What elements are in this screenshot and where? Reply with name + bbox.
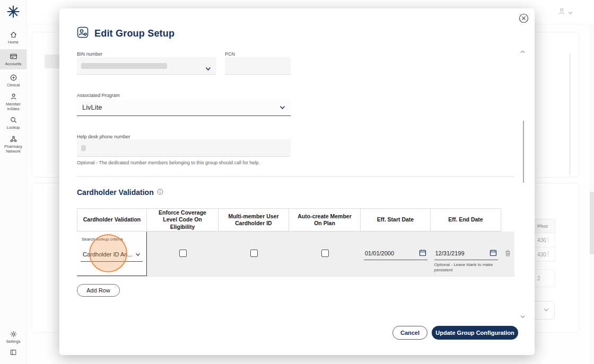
bin-number-select[interactable] xyxy=(77,57,216,75)
bin-number-label: BIN number xyxy=(77,51,102,57)
column-header: Eff. Start Date xyxy=(361,208,431,232)
column-header-actions xyxy=(501,208,514,232)
collapse-panel-icon xyxy=(10,349,17,356)
update-group-configuration-button[interactable]: Update Group Configuration xyxy=(432,326,518,340)
delete-row-icon[interactable] xyxy=(504,250,511,259)
member-insites-icon xyxy=(10,93,18,101)
column-header: Eff. End Date xyxy=(431,208,501,232)
column-header: Enforce Coverage Level Code On Eligibili… xyxy=(147,208,219,232)
sidebar-item-member-insites[interactable]: Member InSites xyxy=(0,93,27,112)
modal-scrollbar-thumb[interactable] xyxy=(523,121,524,183)
column-header: Auto-create Member On Plan xyxy=(289,208,361,232)
column-header: Cardholder Validation xyxy=(77,208,147,232)
accounts-icon xyxy=(10,52,18,60)
group-setup-icon xyxy=(76,26,89,41)
auto-create-cell xyxy=(289,232,361,276)
enforce-coverage-checkbox[interactable] xyxy=(179,250,187,257)
gear-icon xyxy=(10,330,18,338)
sidebar: Home Accounts Clinical Member InSites Lo xyxy=(0,0,27,364)
sidebar-item-label: Clinical xyxy=(7,83,20,87)
associated-program-value: LivLite xyxy=(82,103,102,111)
search-icon xyxy=(10,116,18,124)
edit-group-setup-modal: Edit Group Setup BIN number PCN Associat… xyxy=(59,8,535,355)
sidebar-item-pharmacy-network[interactable]: Pharmacy Network xyxy=(0,135,27,154)
app-root: Home Accounts Clinical Member InSites Lo xyxy=(0,0,594,364)
eff-start-date-input[interactable]: 01/01/2000 xyxy=(364,248,427,260)
sidebar-item-label: Pharmacy Network xyxy=(0,144,27,154)
eff-end-date-helper-text: Optional - Leave blank to make persisten… xyxy=(434,262,498,273)
pcn-input[interactable] xyxy=(225,57,291,75)
table-row: Search lookup criteria Cardholder ID An.… xyxy=(77,232,514,277)
help-desk-label: Help desk phone number xyxy=(77,134,130,139)
cardholder-validation-value: Cardholder ID An... xyxy=(83,251,133,258)
redacted-value xyxy=(81,63,167,69)
scroll-up-icon[interactable] xyxy=(520,46,525,56)
row-actions-cell xyxy=(501,232,514,276)
table-header-row: Cardholder Validation Enforce Coverage L… xyxy=(77,208,514,232)
sidebar-item-label: Member InSites xyxy=(0,102,27,112)
network-icon xyxy=(10,135,18,143)
column-header: Multi-member User Cardholder ID xyxy=(219,208,289,232)
pcn-label: PCN xyxy=(225,51,235,57)
auto-create-checkbox[interactable] xyxy=(321,250,329,257)
add-row-button[interactable]: Add Row xyxy=(77,284,120,297)
enforce-coverage-cell xyxy=(147,232,219,276)
sidebar-item-label: Home xyxy=(8,40,19,45)
eff-end-date-value: 12/31/2199 xyxy=(435,250,465,256)
chevron-down-icon xyxy=(205,64,211,73)
sidebar-item-accounts[interactable]: Accounts xyxy=(0,49,27,69)
associated-program-label: Associated Program xyxy=(77,93,120,98)
sidebar-item-label: Settings xyxy=(6,339,20,344)
cardholder-validation-cell: Search lookup criteria Cardholder ID An.… xyxy=(77,232,147,276)
calendar-icon[interactable] xyxy=(490,249,497,258)
modal-title: Edit Group Setup xyxy=(94,28,174,39)
eff-start-date-value: 01/01/2000 xyxy=(365,250,394,256)
chevron-down-icon xyxy=(135,251,141,258)
cardholder-validation-table: Cardholder Validation Enforce Coverage L… xyxy=(77,208,514,277)
sidebar-item-lookup[interactable]: Lookup xyxy=(0,116,27,130)
cancel-button[interactable]: Cancel xyxy=(392,326,427,340)
help-desk-helper-text: Optional - The dedicated number members … xyxy=(77,160,260,165)
cardholder-validation-section-title: Cardholder Validation xyxy=(77,188,154,197)
eff-end-date-input[interactable]: 12/31/2199 xyxy=(434,248,498,260)
eff-start-date-cell: 01/01/2000 xyxy=(361,232,431,276)
sidebar-item-label: Accounts xyxy=(5,61,22,66)
scroll-down-icon[interactable] xyxy=(520,311,525,321)
sidebar-collapse-button[interactable] xyxy=(0,349,27,356)
sidebar-item-label: Lookup xyxy=(7,125,20,130)
eff-end-date-cell: 12/31/2199 Optional - Leave blank to mak… xyxy=(431,232,501,276)
sidebar-item-clinical[interactable]: Clinical xyxy=(0,74,27,87)
cardholder-validation-select[interactable]: Cardholder ID An... xyxy=(81,247,143,262)
associated-program-select[interactable]: LivLite xyxy=(77,99,291,116)
brand-logo-icon xyxy=(0,4,27,21)
home-icon xyxy=(10,31,18,39)
help-desk-input[interactable] xyxy=(77,139,291,157)
multi-member-checkbox[interactable] xyxy=(250,250,258,257)
sidebar-item-settings[interactable]: Settings xyxy=(0,330,27,344)
close-icon[interactable] xyxy=(518,13,529,24)
redacted-value xyxy=(81,145,86,151)
multi-member-cell xyxy=(219,232,289,276)
info-icon[interactable] xyxy=(157,188,163,197)
clinical-icon xyxy=(10,74,18,82)
search-lookup-criteria-label: Search lookup criteria xyxy=(82,237,123,242)
chevron-down-icon xyxy=(279,103,285,111)
section-divider xyxy=(77,176,514,177)
calendar-icon[interactable] xyxy=(419,249,426,258)
sidebar-item-home[interactable]: Home xyxy=(0,31,27,45)
